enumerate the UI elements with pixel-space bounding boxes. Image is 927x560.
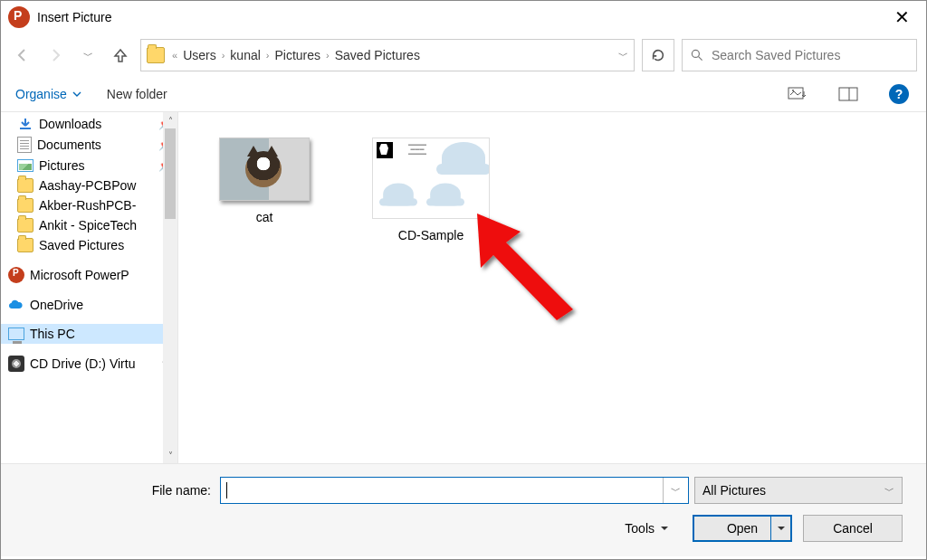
sidebar-item-label: Aashay-PCBPow bbox=[39, 178, 136, 193]
downloads-icon bbox=[17, 117, 33, 131]
sidebar-item-folder[interactable]: Aashay-PCBPow bbox=[1, 176, 177, 195]
search-icon bbox=[690, 48, 704, 62]
breadcrumb-separator: « bbox=[172, 50, 177, 61]
view-thumbnails-button[interactable] bbox=[785, 84, 810, 104]
filename-label: File name: bbox=[24, 483, 215, 498]
svg-line-1 bbox=[699, 57, 702, 61]
chevron-right-icon: › bbox=[222, 50, 225, 61]
sidebar-item-onedrive[interactable]: OneDrive bbox=[1, 295, 177, 315]
sidebar-item-documents[interactable]: Documents 📌 bbox=[1, 134, 177, 156]
cancel-button[interactable]: Cancel bbox=[803, 515, 903, 542]
sidebar-item-this-pc[interactable]: This PC bbox=[1, 324, 177, 344]
folder-icon bbox=[147, 47, 165, 63]
chevron-down-icon bbox=[660, 524, 669, 533]
folder-icon bbox=[17, 178, 33, 193]
svg-point-0 bbox=[692, 50, 699, 57]
filename-input[interactable] bbox=[221, 483, 663, 498]
tools-menu[interactable]: Tools bbox=[625, 521, 669, 536]
chevron-down-icon: ﹀ bbox=[884, 484, 894, 498]
window-title: Insert Picture bbox=[37, 10, 111, 24]
help-icon: ? bbox=[889, 84, 909, 104]
search-box[interactable]: Search Saved Pictures bbox=[682, 39, 917, 71]
filename-history-dropdown[interactable]: ﹀ bbox=[663, 478, 688, 503]
sidebar-item-label: Documents bbox=[37, 138, 101, 152]
sidebar-item-label: This PC bbox=[30, 327, 75, 341]
folder-icon bbox=[17, 218, 33, 233]
navigation-row: ﹀ « Users › kunal › Pictures › Saved Pic… bbox=[1, 33, 926, 81]
filename-field[interactable]: ﹀ bbox=[220, 477, 689, 504]
sidebar-item-label: Ankit - SpiceTech bbox=[39, 218, 137, 233]
address-bar[interactable]: « Users › kunal › Pictures › Saved Pictu… bbox=[140, 39, 635, 71]
sidebar-item-pictures[interactable]: Pictures 📌 bbox=[1, 156, 177, 176]
sidebar-item-folder[interactable]: Saved Pictures bbox=[1, 235, 177, 255]
scroll-up-icon[interactable]: ˄ bbox=[163, 112, 177, 128]
open-button[interactable]: Open bbox=[693, 515, 792, 542]
folder-icon bbox=[17, 238, 33, 252]
sidebar-item-folder[interactable]: Akber-RushPCB- bbox=[1, 195, 177, 215]
preview-pane-button[interactable] bbox=[836, 84, 861, 104]
chevron-down-icon bbox=[72, 90, 81, 99]
svg-rect-4 bbox=[839, 88, 857, 100]
sidebar-item-label: Pictures bbox=[39, 158, 85, 173]
titlebar: Insert Picture ✕ bbox=[1, 1, 926, 33]
thumbnail-cat bbox=[219, 138, 310, 201]
sidebar-item-cd-drive[interactable]: CD Drive (D:) Virtu ﹀ bbox=[1, 353, 177, 375]
close-button[interactable]: ✕ bbox=[885, 3, 919, 32]
file-type-filter[interactable]: All Pictures ﹀ bbox=[694, 477, 903, 504]
dialog-body: Downloads 📌 Documents 📌 Pictures 📌 Aasha… bbox=[1, 112, 926, 463]
breadcrumb-kunal[interactable]: kunal bbox=[228, 48, 262, 62]
breadcrumb-pictures[interactable]: Pictures bbox=[273, 48, 323, 62]
breadcrumb-saved-pictures[interactable]: Saved Pictures bbox=[333, 48, 422, 62]
command-toolbar: Organise New folder ? bbox=[1, 81, 926, 112]
bottom-bar: File name: ﹀ All Pictures ﹀ Tools Open C… bbox=[1, 463, 926, 556]
sidebar-item-label: Microsoft PowerP bbox=[30, 268, 129, 282]
forward-button[interactable] bbox=[43, 43, 68, 68]
up-button[interactable] bbox=[108, 43, 133, 68]
folder-icon bbox=[17, 198, 33, 213]
scroll-thumb[interactable] bbox=[165, 128, 176, 219]
sidebar-item-label: Akber-RushPCB- bbox=[39, 198, 136, 213]
thumbnail-cd-sample: ▬▬▬▬▬▬▬▬▬▬▬ bbox=[372, 138, 490, 219]
breadcrumb-users[interactable]: Users bbox=[181, 48, 218, 62]
svg-point-3 bbox=[792, 90, 794, 91]
disc-icon bbox=[8, 356, 24, 372]
file-type-label: All Pictures bbox=[702, 483, 766, 498]
chevron-right-icon: › bbox=[326, 50, 330, 61]
powerpoint-icon bbox=[8, 6, 30, 28]
search-placeholder: Search Saved Pictures bbox=[712, 48, 840, 62]
file-label: CD-Sample bbox=[363, 228, 499, 242]
sidebar-item-folder[interactable]: Ankit - SpiceTech bbox=[1, 215, 177, 235]
monitor-icon bbox=[8, 327, 24, 340]
sidebar-item-downloads[interactable]: Downloads 📌 bbox=[1, 114, 177, 134]
file-list[interactable]: cat ▬▬▬▬▬▬▬▬▬▬▬ CD-Sample bbox=[178, 112, 926, 463]
file-item-cd-sample[interactable]: ▬▬▬▬▬▬▬▬▬▬▬ CD-Sample bbox=[363, 138, 499, 242]
pictures-icon bbox=[17, 159, 33, 172]
sidebar-item-label: Downloads bbox=[39, 117, 101, 131]
refresh-button[interactable] bbox=[642, 39, 674, 71]
sidebar-item-label: CD Drive (D:) Virtu bbox=[30, 356, 135, 371]
recent-locations-dropdown[interactable]: ﹀ bbox=[75, 43, 100, 68]
file-item-cat[interactable]: cat bbox=[196, 138, 332, 224]
onedrive-icon bbox=[8, 299, 24, 311]
file-label: cat bbox=[196, 210, 332, 224]
help-button[interactable]: ? bbox=[886, 84, 912, 104]
documents-icon bbox=[17, 137, 32, 153]
scroll-down-icon[interactable]: ˅ bbox=[163, 447, 177, 463]
powerpoint-icon bbox=[8, 267, 24, 283]
sidebar-item-powerpoint[interactable]: Microsoft PowerP bbox=[1, 264, 177, 286]
back-button[interactable] bbox=[10, 43, 35, 68]
sidebar-item-label: Saved Pictures bbox=[39, 238, 124, 252]
open-split-dropdown[interactable] bbox=[770, 517, 790, 540]
chevron-right-icon: › bbox=[266, 50, 270, 61]
address-dropdown[interactable]: ﹀ bbox=[618, 49, 628, 62]
organise-menu[interactable]: Organise bbox=[15, 87, 81, 101]
sidebar-scrollbar[interactable]: ˄ ˅ bbox=[163, 112, 177, 463]
navigation-pane: Downloads 📌 Documents 📌 Pictures 📌 Aasha… bbox=[1, 112, 178, 463]
new-folder-button[interactable]: New folder bbox=[107, 87, 167, 101]
sidebar-item-label: OneDrive bbox=[30, 298, 83, 312]
